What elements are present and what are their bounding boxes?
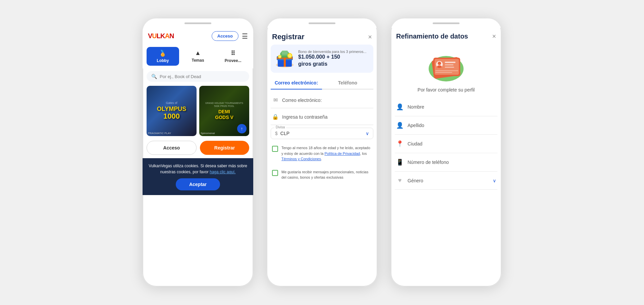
checkbox-terms-text: Tengo al menos 18 años de edad y he leíd… [281,145,372,162]
location-icon: 📍 [396,140,404,147]
svg-rect-19 [445,62,455,63]
hamburger-icon[interactable]: ☰ [242,32,248,40]
phone3-content: Refinamiento de datos × [391,28,501,287]
email-label: Correo electrónico: [282,98,322,103]
phone-notch-2 [267,18,377,28]
olympus-pretitle: Gates of [157,101,186,105]
checkbox-promo[interactable]: Me gustaría recibir mensajes promocional… [271,166,373,184]
phone-notch-1 [143,18,253,28]
checkbox-promo-box[interactable] [272,170,278,176]
heart-icon: ♥ [396,177,404,184]
search-input[interactable] [160,74,245,79]
registrar-main-button[interactable]: Registrar [200,141,249,155]
bonus-amount: $1.050.000 + 150 giros gratis [298,54,367,68]
email-field[interactable]: ✉ Correo electrónico: [271,92,373,108]
aceptar-button[interactable]: Aceptar [176,178,220,190]
field-ciudad[interactable]: 📍 Ciudad [395,135,497,153]
genero-label: Género [408,178,489,183]
search-bar[interactable]: 🔍 [147,71,249,82]
privacy-policy-link[interactable]: Política de Privacidad [324,151,360,156]
header-right: Acceso ☰ [212,31,248,41]
checkbox-promo-text: Me gustaría recibir mensajes promocional… [281,169,372,180]
register-title: Registrar [272,33,305,41]
svg-rect-21 [445,67,454,68]
bonus-info: Bono de bienvenida para los 3 primeros..… [298,50,367,68]
tab-provee[interactable]: ⠿ Provee... [217,47,249,66]
lock-icon: 🔒 [272,114,279,120]
phone-2: Registrar × [267,18,377,287]
register-form: ✉ Correo electrónico: 🔒 Ingresa tu contr… [267,89,377,186]
notch-bar-3 [433,22,460,24]
close-button[interactable]: × [368,33,372,41]
currency-dollar-icon: $ [275,131,278,136]
user-icon-nombre: 👤 [396,103,404,111]
apellido-label: Apellido [408,123,496,128]
tab-email[interactable]: Correo electrónico: [271,77,322,89]
phone3-header: Refinamiento de datos × [391,28,501,44]
checkbox-terms[interactable]: Tengo al menos 18 años de edad y he leíd… [271,142,373,165]
lobby-icon: 🏅 [159,50,166,57]
terms-link[interactable]: Términos y Condiciones [281,157,321,161]
field-nombre[interactable]: 👤 Nombre [395,98,497,116]
notch-bar-1 [184,22,211,24]
currency-content: $ CLP ∨ [275,131,369,136]
tab-temas[interactable]: ▲ Temas [182,47,214,66]
olympus-title: OLYMPUS [157,106,186,112]
phone1-header: VULKAN Acceso ☰ [143,28,253,44]
tab-lobby[interactable]: 🏅 Lobby [147,47,179,66]
refinamiento-close[interactable]: × [492,33,496,40]
cookie-link[interactable]: haga clic aquí. [210,170,235,174]
action-buttons: Acceso Registrar [143,137,253,158]
nombre-label: Nombre [408,104,496,110]
ciudad-label: Ciudad [408,141,496,146]
checkbox-terms-box[interactable] [272,146,278,152]
provee-icon: ⠿ [231,50,235,57]
upload-button[interactable]: ↑ [237,124,247,133]
acceso-main-button[interactable]: Acceso [147,141,197,155]
field-genero[interactable]: ♥ Género ∨ [395,172,497,190]
game-card-demi[interactable]: GRAND HOLIDAY TOURNAMENTS500K PRIZE POOL… [199,86,249,136]
demi-header: GRAND HOLIDAY TOURNAMENTS500K PRIZE POOL [205,102,243,108]
currency-group[interactable]: Divisa $ CLP ∨ [271,128,373,139]
field-telefono[interactable]: 📱 Número de teléfono [395,153,497,172]
olympus-number: 1000 [157,112,186,121]
svg-point-17 [438,62,441,65]
svg-rect-22 [435,70,458,71]
currency-label: Divisa [274,125,286,129]
logo-text: VULKAN [148,32,174,40]
genero-chevron-icon: ∨ [493,178,496,183]
password-label: Ingresa tu contraseña [282,114,327,120]
phone1-tabs: 🏅 Lobby ▲ Temas ⠿ Provee... [143,44,253,68]
tab-temas-label: Temas [192,58,204,63]
bonus-pre-text: Bono de bienvenida para los 3 primeros..… [298,50,367,54]
bonus-banner: Bono de bienvenida para los 3 primeros..… [271,45,373,73]
acceso-header-button[interactable]: Acceso [212,31,238,41]
temas-icon: ▲ [195,50,201,57]
cookie-banner: VulkanVegas utiliza cookies. Si desea sa… [143,158,253,195]
bonus-box-icon [275,49,295,69]
field-apellido[interactable]: 👤 Apellido [395,116,497,135]
currency-left: $ CLP [275,131,289,136]
svg-point-9 [288,54,292,58]
phone1-content: VULKAN Acceso ☰ 🏅 Lobby ▲ Temas ⠿ Provee… [143,28,253,287]
register-tabs: Correo electrónico: Teléfono [271,77,373,89]
currency-value: CLP [280,131,289,136]
game-card-olympus[interactable]: Gates of OLYMPUS 1000 PRAGMATIC PLAY [147,86,197,136]
search-icon: 🔍 [151,74,157,79]
spinomenal-badge: Spinomenal [201,132,215,135]
tab-phone[interactable]: Teléfono [322,77,373,89]
user-icon-apellido: 👤 [396,122,404,129]
games-grid: Gates of OLYMPUS 1000 PRAGMATIC PLAY GRA… [143,84,253,137]
svg-rect-23 [435,72,452,73]
id-card-svg [426,50,466,84]
notch-bar-2 [309,22,335,24]
phone2-header: Registrar × [267,28,377,45]
svg-rect-20 [445,64,453,65]
telefono-label: Número de teléfono [408,160,496,165]
phone-1: VULKAN Acceso ☰ 🏅 Lobby ▲ Temas ⠿ Provee… [143,18,253,287]
password-field[interactable]: 🔒 Ingresa tu contraseña [271,109,373,125]
profile-fields: 👤 Nombre 👤 Apellido 📍 Ciudad 📱 Número de… [391,98,501,190]
svg-point-11 [278,55,281,58]
phone-3: Refinamiento de datos × [391,18,501,287]
svg-rect-7 [282,51,288,55]
